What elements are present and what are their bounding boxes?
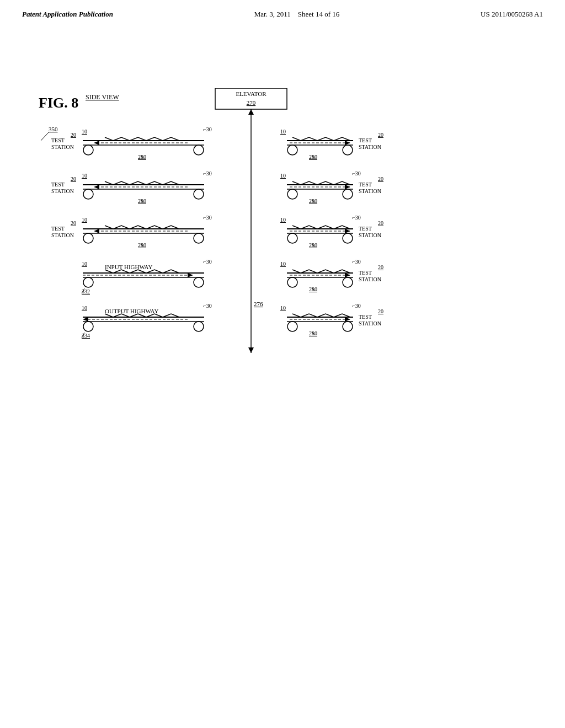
svg-text:10: 10	[280, 261, 286, 267]
header-patent-number: US 2011/0050268 A1	[481, 10, 543, 19]
svg-point-9	[83, 145, 93, 155]
svg-point-100	[287, 277, 297, 287]
svg-text:⌐30: ⌐30	[352, 259, 361, 265]
svg-text:STATION: STATION	[359, 144, 381, 150]
svg-marker-3	[248, 347, 254, 353]
svg-point-77	[343, 189, 353, 199]
svg-text:⌐30: ⌐30	[203, 303, 212, 309]
ref-350: 350	[49, 126, 58, 132]
svg-marker-93	[345, 229, 350, 233]
test-station-r3: TEST	[359, 226, 372, 232]
test-station-r1: TEST	[359, 137, 372, 143]
svg-marker-105	[345, 273, 350, 277]
svg-point-101	[343, 277, 353, 287]
header-publication: Patent Application Publication	[22, 10, 113, 19]
svg-marker-117	[345, 317, 350, 322]
svg-point-45	[83, 277, 93, 287]
svg-line-4	[41, 132, 49, 141]
svg-text:STATION: STATION	[51, 232, 74, 238]
svg-point-22	[194, 189, 204, 199]
svg-text:⌐30: ⌐30	[203, 170, 212, 176]
svg-text:⌐30: ⌐30	[352, 170, 361, 176]
svg-text:⌐30: ⌐30	[203, 126, 212, 132]
svg-point-21	[83, 189, 93, 199]
svg-point-46	[194, 277, 204, 287]
test-station-l2: TEST	[51, 181, 65, 188]
svg-text:⌐30: ⌐30	[352, 303, 361, 309]
test-station-r2: TEST	[359, 181, 372, 188]
elevator-label: ELEVATOR	[236, 90, 266, 97]
svg-text:⌐30: ⌐30	[203, 259, 212, 265]
svg-point-88	[287, 233, 297, 243]
svg-text:STATION: STATION	[359, 320, 381, 326]
svg-text:10: 10	[82, 217, 87, 223]
svg-point-56	[194, 322, 204, 331]
svg-text:STATION: STATION	[359, 232, 381, 238]
svg-text:20: 20	[378, 264, 383, 270]
svg-point-66	[343, 145, 353, 155]
svg-marker-81	[345, 185, 350, 189]
svg-text:STATION: STATION	[359, 276, 381, 282]
svg-marker-48	[188, 273, 193, 277]
svg-text:20: 20	[378, 132, 383, 138]
svg-point-55	[83, 322, 93, 331]
svg-point-76	[287, 189, 297, 199]
test-station-l1: TEST	[51, 137, 65, 143]
side-view-label: SIDE VIEW	[86, 93, 119, 101]
figure-8-diagram: FIG. 8 SIDE VIEW ELEVATOR 270 276 350 TE…	[33, 88, 530, 463]
svg-marker-69	[345, 141, 350, 145]
svg-marker-14	[94, 141, 99, 145]
ref-276: 276	[254, 301, 263, 307]
svg-text:10: 10	[280, 305, 286, 311]
svg-text:10: 10	[82, 261, 87, 267]
svg-text:20: 20	[71, 220, 76, 226]
test-station-r4: TEST	[359, 270, 372, 276]
svg-point-10	[194, 145, 204, 155]
svg-text:⌐30: ⌐30	[203, 215, 212, 221]
svg-text:10: 10	[82, 305, 87, 311]
svg-text:20: 20	[71, 176, 76, 182]
output-highway-label: OUTPUT HIGHWAY	[105, 308, 159, 314]
svg-point-33	[83, 233, 93, 243]
svg-point-89	[343, 233, 353, 243]
svg-text:10: 10	[82, 129, 87, 135]
svg-point-113	[343, 322, 353, 331]
svg-text:20: 20	[378, 176, 383, 182]
svg-point-34	[194, 233, 204, 243]
elevator-number: 270	[247, 99, 256, 106]
svg-text:10: 10	[280, 129, 286, 135]
svg-marker-26	[94, 185, 99, 189]
svg-marker-2	[248, 109, 254, 115]
page-header: Patent Application Publication Mar. 3, 2…	[0, 0, 565, 19]
test-station-r5: TEST	[359, 314, 372, 320]
svg-marker-58	[83, 317, 88, 322]
svg-text:10: 10	[82, 173, 87, 179]
test-station-l3: TEST	[51, 226, 65, 232]
svg-text:20: 20	[378, 308, 383, 314]
input-highway-label: INPUT HIGHWAY	[105, 264, 153, 270]
svg-text:20: 20	[71, 132, 76, 138]
svg-point-112	[287, 322, 297, 331]
svg-text:STATION: STATION	[51, 144, 74, 150]
svg-point-65	[287, 145, 297, 155]
svg-text:STATION: STATION	[51, 188, 74, 194]
svg-text:10: 10	[280, 173, 286, 179]
svg-text:⌐30: ⌐30	[352, 215, 361, 221]
svg-text:STATION: STATION	[359, 188, 381, 194]
header-date-sheet: Mar. 3, 2011 Sheet 14 of 16	[254, 10, 339, 19]
figure-label: FIG. 8	[39, 95, 78, 111]
svg-marker-38	[94, 229, 99, 233]
svg-text:20: 20	[378, 220, 383, 226]
svg-text:10: 10	[280, 217, 286, 223]
